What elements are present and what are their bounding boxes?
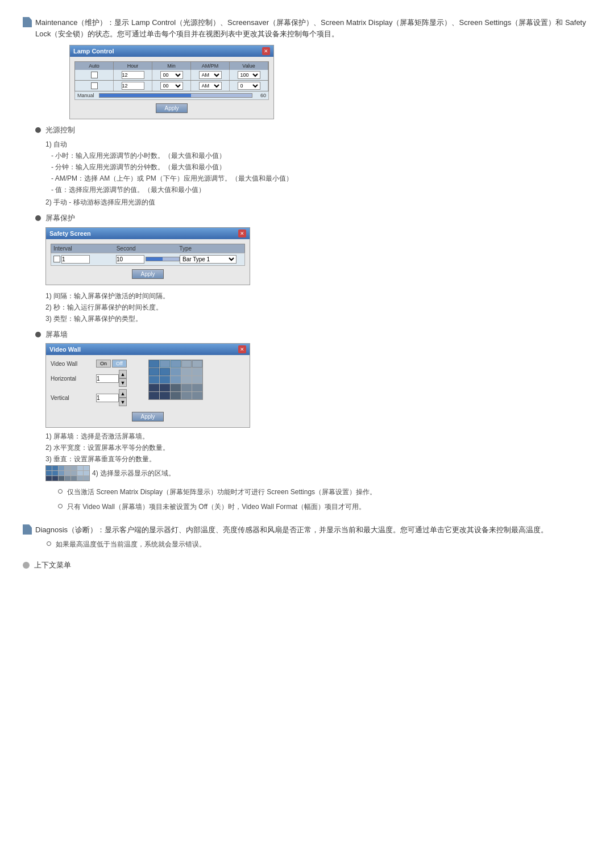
vw-cell-1-4[interactable] <box>181 360 192 368</box>
vw-item-4: 4) 选择显示器显示的区域。 <box>45 465 250 481</box>
vw-cell-2-1[interactable] <box>149 368 159 375</box>
ss-second-input[interactable] <box>116 255 144 264</box>
value-select-min[interactable]: 0 <box>238 82 260 90</box>
bullet-circle-vw <box>35 332 41 337</box>
ss-row: Bar Type 1 <box>51 253 245 266</box>
hour-input-min[interactable] <box>122 82 144 90</box>
min-select-min[interactable]: 00 <box>160 82 183 90</box>
vw-on-button[interactable]: On <box>96 360 111 368</box>
vw-cell-2-2[interactable] <box>160 368 170 375</box>
hour-input-max[interactable] <box>122 71 144 79</box>
ss-col-type: Type <box>179 245 242 252</box>
lamp-control-dialog-container: Lamp Control ✕ Auto Hour Min AM/PM Value <box>69 45 274 119</box>
lamp-control-close-button[interactable]: ✕ <box>262 47 270 55</box>
vw-item-3: 3) 垂直：设置屏幕垂直等分的数量。 <box>45 454 250 464</box>
vw-cell-3-2[interactable] <box>160 376 170 383</box>
value-cell-min: 0 <box>230 81 268 91</box>
vw-vertical-input[interactable] <box>96 394 119 402</box>
col-hour: Hour <box>114 62 152 70</box>
ampm-select-min[interactable]: AM PM <box>199 82 222 90</box>
light-label-text: 光源控制 <box>45 126 75 134</box>
lamp-apply-button[interactable]: Apply <box>156 103 187 113</box>
vw-cell-2-4[interactable] <box>181 368 192 375</box>
video-wall-list: 1) 屏幕墙：选择是否激活屏幕墙。 2) 水平宽度：设置屏幕水平等分的数量。 3… <box>45 431 250 481</box>
dash-value: - 值：选择应用光源调节的值。（最大值和最小值） <box>51 185 293 195</box>
ss-col-interval: Interval <box>53 245 117 252</box>
value-select-max[interactable]: 100 <box>238 71 260 79</box>
light-control-bullet: 光源控制 1) 自动 - 小时：输入应用光源调节的小时数。（最大值和最小值） -… <box>35 125 591 208</box>
vw-vertical-label: Vertical <box>51 395 96 401</box>
context-menu-label: 上下文菜单 <box>34 560 71 571</box>
min-cell-min: 00 <box>152 81 191 91</box>
vw-cell-1-3[interactable] <box>171 360 181 368</box>
video-wall-title: Video Wall <box>49 346 81 353</box>
vw-cell-5-1[interactable] <box>149 392 159 399</box>
lamp-control-titlebar: Lamp Control ✕ <box>70 45 273 57</box>
context-menu-bullet <box>23 562 30 569</box>
vw-item-2: 2) 水平宽度：设置屏幕水平等分的数量。 <box>45 443 250 453</box>
vw-apply-button[interactable]: Apply <box>132 412 163 422</box>
vw-cell-4-1[interactable] <box>149 384 159 391</box>
vw-cell-2-5[interactable] <box>192 368 202 375</box>
vw-cell-2-3[interactable] <box>171 368 181 375</box>
safety-screen-dialog: Safety Screen ✕ Interval Second Type <box>45 227 250 285</box>
vw-cell-1-2[interactable] <box>160 360 170 368</box>
vw-cell-5-4[interactable] <box>181 392 192 399</box>
hour-cell-max <box>114 70 152 80</box>
context-menu-section: 上下文菜单 <box>23 560 591 571</box>
ss-interval-cell <box>53 255 116 264</box>
vw-grid <box>148 360 203 400</box>
ampm-cell-min: AM PM <box>191 81 230 91</box>
vw-vertical-up[interactable]: ▲ <box>119 389 127 398</box>
vw-cell-4-3[interactable] <box>171 384 181 391</box>
vw-cell-3-1[interactable] <box>149 376 159 383</box>
video-wall-content: 屏幕墙 Video Wall ✕ Video Wall <box>45 329 250 483</box>
lamp-control-dialog: Lamp Control ✕ Auto Hour Min AM/PM Value <box>69 45 274 119</box>
vw-off-button[interactable]: Off <box>112 360 127 368</box>
auto-checkbox-max[interactable] <box>91 72 98 78</box>
vw-horizontal-up[interactable]: ▲ <box>119 370 127 378</box>
vw-cell-4-2[interactable] <box>160 384 170 391</box>
ss-col-second: Second <box>117 245 180 252</box>
video-wall-close-button[interactable]: ✕ <box>238 345 246 353</box>
ss-interval-checkbox[interactable] <box>53 256 60 262</box>
vw-horizontal-down[interactable]: ▼ <box>119 378 127 387</box>
doc-icon <box>23 17 32 27</box>
vw-cell-5-3[interactable] <box>171 392 181 399</box>
vw-cell-3-4[interactable] <box>181 376 192 383</box>
min-select-max[interactable]: 00 <box>160 71 183 79</box>
ss-slider[interactable] <box>146 257 180 261</box>
vw-cell-4-5[interactable] <box>192 384 202 391</box>
col-min: Min <box>152 62 191 70</box>
lamp-control-body: Auto Hour Min AM/PM Value <box>70 57 273 119</box>
lamp-control-title: Lamp Control <box>73 48 114 55</box>
vw-horizontal-row: Horizontal ▲ ▼ <box>51 370 147 387</box>
light-control-label: 光源控制 1) 自动 - 小时：输入应用光源调节的小时数。（最大值和最小值） -… <box>45 125 293 208</box>
safety-screen-titlebar: Safety Screen ✕ <box>46 228 250 239</box>
auto-section: 1) 自动 - 小时：输入应用光源调节的小时数。（最大值和最小值） - 分钟：输… <box>45 139 293 207</box>
vw-cell-1-1[interactable] <box>149 360 159 368</box>
ss-item-1: 1) 间隔：输入屏幕保护激活的时间间隔。 <box>45 291 250 301</box>
vw-cell-3-3[interactable] <box>171 376 181 383</box>
safety-screen-close-button[interactable]: ✕ <box>238 229 246 237</box>
auto-checkbox-min[interactable] <box>91 82 98 89</box>
ss-apply-button[interactable]: Apply <box>132 269 163 279</box>
vw-cell-1-5[interactable] <box>192 360 202 368</box>
video-wall-dialog-container: Video Wall ✕ Video Wall On Off <box>45 343 250 428</box>
slider-bar[interactable] <box>99 93 252 98</box>
vw-cell-4-4[interactable] <box>181 384 192 391</box>
vw-vertical-down[interactable]: ▼ <box>119 398 127 406</box>
diagnosis-note: 如果最高温度低于当前温度，系统就会显示错误。 <box>47 539 548 549</box>
ss-type-select[interactable]: Bar Type 1 <box>180 255 237 264</box>
ss-interval-input[interactable] <box>61 255 90 264</box>
lamp-row-min: 00 AM PM 0 <box>74 81 269 91</box>
value-cell-max: 100 <box>230 70 268 80</box>
vw-cell-5-5[interactable] <box>192 392 202 399</box>
video-wall-dialog: Video Wall ✕ Video Wall On Off <box>45 343 250 428</box>
manual-label: 2) 手动 - 移动游标选择应用光源的值 <box>45 197 293 207</box>
vw-horizontal-input[interactable] <box>96 374 119 383</box>
diagnosis-content: Diagnosis（诊断）：显示客户端的显示器灯、内部温度、亮度传感器和风扇是否… <box>35 524 548 554</box>
ampm-select-max[interactable]: AM PM <box>199 71 222 79</box>
vw-cell-5-2[interactable] <box>160 392 170 399</box>
vw-cell-3-5[interactable] <box>192 376 202 383</box>
